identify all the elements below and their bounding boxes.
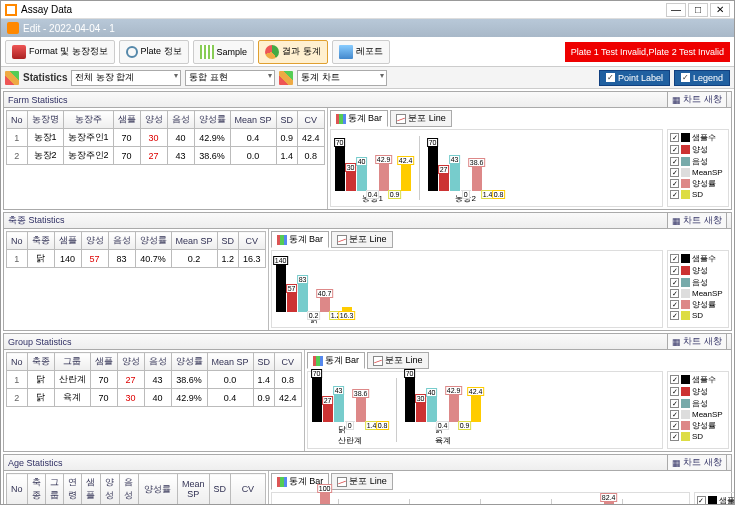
bar: 38.6: [356, 398, 366, 422]
maximize-button[interactable]: □: [688, 3, 708, 17]
legend-item[interactable]: ✓음성: [670, 398, 726, 409]
table-row[interactable]: 1닭140578340.7%0.21.216.3: [7, 250, 266, 268]
line-icon: [337, 477, 347, 487]
legend-item[interactable]: ✓SD: [670, 190, 726, 199]
edit-icon: [7, 22, 19, 34]
bar-icon: [277, 235, 287, 245]
table-row[interactable]: 2닭육계70304042.9%0.40.942.4: [7, 389, 302, 407]
filter-label: Statistics: [23, 72, 67, 83]
bar: 70: [428, 147, 438, 191]
bar: 40: [357, 166, 367, 191]
farm-legend: ✓샘플수✓양성✓음성✓MeanSP✓양성률✓SD: [667, 129, 729, 207]
bar: 27: [323, 405, 333, 422]
farm-line-tab[interactable]: 분포 Line: [390, 110, 452, 127]
sample-icon: [200, 45, 214, 59]
bar: 42.9: [449, 395, 459, 422]
bar: 100: [320, 493, 330, 505]
bar-icon: [313, 356, 323, 366]
legend-item[interactable]: ✓MeanSP: [670, 168, 726, 177]
table-row[interactable]: 2농장2농장주인270274338.6%0.01.40.8: [7, 147, 325, 165]
bar: 70: [312, 378, 322, 422]
legend-item[interactable]: ✓샘플수: [670, 374, 726, 385]
bar: 0.4: [368, 190, 378, 191]
bar-icon: [336, 114, 346, 124]
legend-toggle[interactable]: ✓Legend: [674, 70, 730, 86]
legend-item[interactable]: ✓양성: [670, 386, 726, 397]
farm-title: Farm Statistics: [8, 95, 68, 105]
legend-item[interactable]: ✓샘플수: [670, 253, 726, 264]
line-icon: [337, 235, 347, 245]
species-legend: ✓샘플수✓양성✓음성✓MeanSP✓양성률✓SD: [667, 250, 729, 328]
legend-item[interactable]: ✓음성: [670, 156, 726, 167]
content-area: Farm Statistics ▦차트 새창 No농장명농장주샘플양성음성양성률…: [1, 89, 734, 505]
table-row[interactable]: 1농장1농장주인170304042.9%0.40.942.4: [7, 129, 325, 147]
subheader-title: Edit - 2022-04-04 - 1: [23, 23, 115, 34]
bar: 16.3: [342, 307, 352, 312]
bar-icon: [277, 477, 287, 487]
toolbar: Format 및 농장정보 Plate 정보 Sample 결과 통계 레포트 …: [1, 37, 734, 67]
age-title: Age Statistics: [8, 458, 63, 468]
plate-icon: [126, 46, 138, 58]
legend-item[interactable]: ✓양성률: [670, 178, 726, 189]
point-label-toggle[interactable]: ✓Point Label: [599, 70, 670, 86]
bar: 0.8: [378, 421, 388, 422]
report-button[interactable]: 레포트: [332, 40, 390, 64]
bar: 43: [450, 164, 460, 191]
bar: 0: [345, 421, 355, 422]
bar: 27: [439, 174, 449, 191]
stats-button[interactable]: 결과 통계: [258, 40, 328, 64]
plate-button[interactable]: Plate 정보: [119, 40, 189, 64]
chart-type-icon: [279, 71, 293, 85]
group-chart-detail-button[interactable]: ▦차트 새창: [667, 333, 727, 350]
legend-item[interactable]: ✓MeanSP: [670, 410, 726, 419]
display-select[interactable]: 통합 표현: [185, 70, 275, 86]
legend-item[interactable]: ✓양성률: [670, 420, 726, 431]
species-chart: 14057830.240.71.216.3닭: [271, 250, 663, 328]
legend-item[interactable]: ✓음성: [670, 277, 726, 288]
species-title: 축종 Statistics: [8, 214, 65, 227]
sample-button[interactable]: Sample: [193, 40, 255, 64]
legend-item[interactable]: ✓샘플수: [697, 495, 734, 505]
age-table: No축종그룹연령샘플양성음성양성률Mean SPSDCV 1닭산란계기타4410…: [6, 473, 266, 505]
species-chart-detail-button[interactable]: ▦차트 새창: [667, 212, 727, 229]
legend-item[interactable]: ✓양성: [670, 265, 726, 276]
farm-chart: 7030400.442.90.942.4농장1702743038.61.40.8…: [330, 129, 663, 207]
chart-select[interactable]: 통계 차트: [297, 70, 387, 86]
format-button[interactable]: Format 및 농장정보: [5, 40, 115, 64]
farm-table: No농장명농장주샘플양성음성양성률Mean SPSDCV 1농장1농장주인170…: [6, 110, 325, 165]
legend-item[interactable]: ✓양성: [670, 144, 726, 155]
farm-scope-select[interactable]: 전체 농장 합계: [71, 70, 181, 86]
legend-item[interactable]: ✓MeanSP: [670, 289, 726, 298]
species-line-tab[interactable]: 분포 Line: [331, 231, 393, 248]
legend-item[interactable]: ✓SD: [670, 311, 726, 320]
group-section: Group Statistics ▦차트 새창 No축종그룹샘플양성음성양성률M…: [3, 333, 732, 452]
bar: 0.9: [390, 190, 400, 191]
species-table: No축종샘플양성음성양성률Mean SPSDCV 1닭140578340.7%0…: [6, 231, 266, 268]
farm-bar-tab[interactable]: 통계 Bar: [330, 110, 389, 127]
popup-icon: ▦: [672, 458, 681, 468]
bar: 0.4: [438, 421, 448, 422]
table-row[interactable]: 1닭산란계70274338.6%0.01.40.8: [7, 371, 302, 389]
minimize-button[interactable]: —: [666, 3, 686, 17]
bar: 40: [427, 397, 437, 422]
warning-banner: Plate 1 Test Invalid,Plate 2 Test Invali…: [565, 42, 730, 62]
age-section: Age Statistics ▦차트 새창 No축종그룹연령샘플양성음성양성률M…: [3, 454, 732, 505]
species-bar-tab[interactable]: 통계 Bar: [271, 231, 330, 248]
line-icon: [396, 114, 406, 124]
titlebar: Assay Data — □ ✕: [1, 1, 734, 19]
species-section: 축종 Statistics ▦차트 새창 No축종샘플양성음성양성률Mean S…: [3, 212, 732, 331]
app-icon: [5, 4, 17, 16]
bar: 30: [416, 403, 426, 422]
legend-item[interactable]: ✓양성률: [670, 299, 726, 310]
farm-chart-detail-button[interactable]: ▦차트 새창: [667, 91, 727, 108]
legend-item[interactable]: ✓SD: [670, 432, 726, 441]
subheader: Edit - 2022-04-04 - 1: [1, 19, 734, 37]
group-legend: ✓샘플수✓양성✓음성✓MeanSP✓양성률✓SD: [667, 371, 729, 449]
bar: 40.7: [320, 298, 330, 312]
legend-item[interactable]: ✓샘플수: [670, 132, 726, 143]
statistics-icon: [5, 71, 19, 85]
age-chart-detail-button[interactable]: ▦차트 새창: [667, 454, 727, 471]
bar: 42.9: [379, 164, 389, 191]
close-button[interactable]: ✕: [710, 3, 730, 17]
bar: 43: [334, 395, 344, 422]
